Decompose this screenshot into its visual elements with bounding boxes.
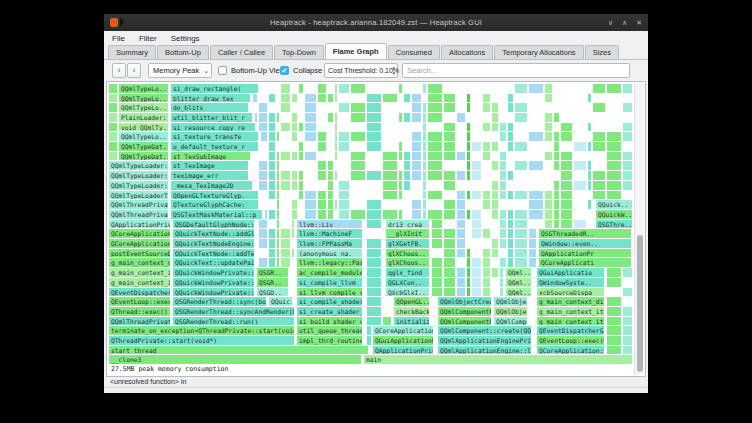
flame-cell[interactable] xyxy=(292,210,297,219)
flame-cell[interactable] xyxy=(483,268,490,277)
flame-cell[interactable] xyxy=(423,191,426,200)
flame-cell[interactable] xyxy=(545,132,552,141)
flame-cell[interactable] xyxy=(515,103,527,112)
flame-cell[interactable] xyxy=(318,132,326,141)
flame-cell[interactable]: checkBack. xyxy=(394,307,429,316)
flame-cell[interactable] xyxy=(318,161,326,170)
flame-cell[interactable] xyxy=(607,142,621,151)
flame-cell[interactable] xyxy=(328,181,333,190)
flame-cell[interactable] xyxy=(607,132,621,141)
flame-cell[interactable] xyxy=(423,210,426,219)
flame-cell[interactable] xyxy=(457,171,465,180)
flame-cell[interactable] xyxy=(529,210,543,219)
flame-cell[interactable]: QQuick.. xyxy=(596,200,632,209)
flame-cell[interactable] xyxy=(367,132,381,141)
flame-cell[interactable]: (anonymous na. xyxy=(297,249,362,258)
flame-cell[interactable] xyxy=(483,249,490,258)
flame-cell[interactable]: QQmlTypeLo.. xyxy=(119,103,168,112)
flame-cell[interactable]: QEventDispatcher. xyxy=(109,288,170,297)
flame-cell[interactable] xyxy=(335,142,337,151)
flame-cell[interactable] xyxy=(351,113,365,122)
flame-cell[interactable] xyxy=(483,258,490,267)
flame-cell[interactable] xyxy=(277,113,279,122)
flame-cell[interactable]: QGuiApplicatio xyxy=(537,268,604,277)
flame-cell[interactable] xyxy=(607,307,621,316)
flame-cell[interactable]: si_draw_rectangle( xyxy=(171,84,258,93)
flame-cell[interactable] xyxy=(515,84,527,93)
flame-cell[interactable] xyxy=(305,94,316,103)
maximize-button[interactable]: ∧ xyxy=(622,19,627,27)
flame-cell[interactable] xyxy=(508,249,513,258)
flame-cell[interactable] xyxy=(500,239,506,248)
flame-cell[interactable] xyxy=(529,191,543,200)
flame-cell[interactable]: teximage_err xyxy=(171,171,248,180)
flame-cell[interactable] xyxy=(444,229,455,238)
flame-cell[interactable] xyxy=(483,152,490,161)
flame-cell[interactable] xyxy=(623,307,632,316)
flame-cell[interactable] xyxy=(367,171,381,180)
flame-cell[interactable] xyxy=(457,239,465,248)
flame-cell[interactable] xyxy=(399,181,402,190)
flame-cell[interactable] xyxy=(351,132,365,141)
flame-cell[interactable] xyxy=(367,94,381,103)
flame-cell[interactable] xyxy=(109,123,117,132)
flame-cell[interactable] xyxy=(545,94,552,103)
flame-cell[interactable]: util_blitter_blit_r xyxy=(171,113,252,122)
flame-cell[interactable] xyxy=(500,191,506,200)
flame-cell[interactable] xyxy=(457,278,465,287)
flame-cell[interactable] xyxy=(545,220,552,229)
flame-cell[interactable]: llvm::FPPassMa xyxy=(297,239,362,248)
flame-cell[interactable]: QSGRenderThread::run() xyxy=(173,317,294,326)
flame-cell[interactable] xyxy=(508,239,513,248)
flame-cell[interactable] xyxy=(472,191,481,200)
flame-cell[interactable]: impl_thrd_routine xyxy=(297,336,362,345)
flame-cell[interactable] xyxy=(261,132,267,141)
flame-cell[interactable]: QQmlThreadPrivat. xyxy=(109,200,168,209)
flame-cell[interactable] xyxy=(412,210,421,219)
flame-cell[interactable] xyxy=(561,152,572,161)
flame-cell[interactable] xyxy=(277,191,279,200)
flame-cell[interactable] xyxy=(404,171,410,180)
flame-cell[interactable] xyxy=(367,239,381,248)
flame-cell[interactable] xyxy=(483,123,490,132)
flame-cell[interactable] xyxy=(299,181,303,190)
flame-cell[interactable]: __clone3 xyxy=(109,355,361,364)
flame-cell[interactable]: QApplicationPrivate: xyxy=(373,346,433,355)
flame-cell[interactable]: QQuickWindowPrivate::syn xyxy=(173,288,254,297)
flame-cell[interactable] xyxy=(483,142,490,151)
flame-cell[interactable]: QEventDispatcherGlib: xyxy=(537,326,604,335)
flame-cell[interactable] xyxy=(574,142,586,151)
flame-cell[interactable] xyxy=(269,152,275,161)
flame-cell[interactable] xyxy=(351,171,365,180)
flame-cell[interactable] xyxy=(545,152,552,161)
flame-cell[interactable] xyxy=(515,258,527,267)
flame-cell[interactable] xyxy=(423,152,426,161)
flame-cell[interactable] xyxy=(554,132,559,141)
flame-cell[interactable] xyxy=(529,84,543,93)
flame-cell[interactable] xyxy=(588,161,591,170)
flame-cell[interactable] xyxy=(607,171,621,180)
flame-cell[interactable] xyxy=(281,103,290,112)
flame-cell[interactable] xyxy=(335,152,337,161)
flame-cell[interactable] xyxy=(428,103,442,112)
flame-cell[interactable] xyxy=(367,278,381,287)
flame-cell[interactable] xyxy=(281,123,290,132)
flame-cell[interactable] xyxy=(305,113,316,122)
flame-cell[interactable] xyxy=(607,297,621,306)
flame-cell[interactable] xyxy=(467,103,470,112)
flame-cell[interactable]: si_create_shader_var xyxy=(297,307,362,316)
flame-cell[interactable] xyxy=(515,249,527,258)
flame-cell[interactable]: g_main_context_iterat xyxy=(537,307,604,316)
flame-cell[interactable]: __glXInit xyxy=(386,229,429,238)
flame-cell[interactable] xyxy=(277,132,279,141)
flame-cell[interactable] xyxy=(259,161,267,170)
flame-cell[interactable] xyxy=(467,132,470,141)
flame-cell[interactable] xyxy=(432,288,442,297)
flame-cell[interactable] xyxy=(467,288,470,297)
bottom-up-view-checkbox[interactable]: Bottom-Up View xyxy=(218,66,285,75)
flame-cell[interactable] xyxy=(529,161,543,170)
flame-cell[interactable] xyxy=(383,171,397,180)
flame-cell[interactable] xyxy=(328,161,333,170)
flame-cell[interactable]: QQmlTypeLoader::. xyxy=(109,181,168,190)
flame-cell[interactable] xyxy=(412,103,421,112)
